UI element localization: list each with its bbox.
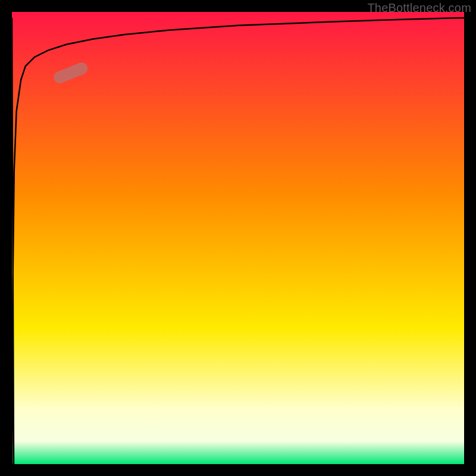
chart-plot — [12, 12, 464, 464]
chart-background — [12, 12, 464, 464]
chart-container: TheBottleneck.com — [0, 0, 476, 476]
